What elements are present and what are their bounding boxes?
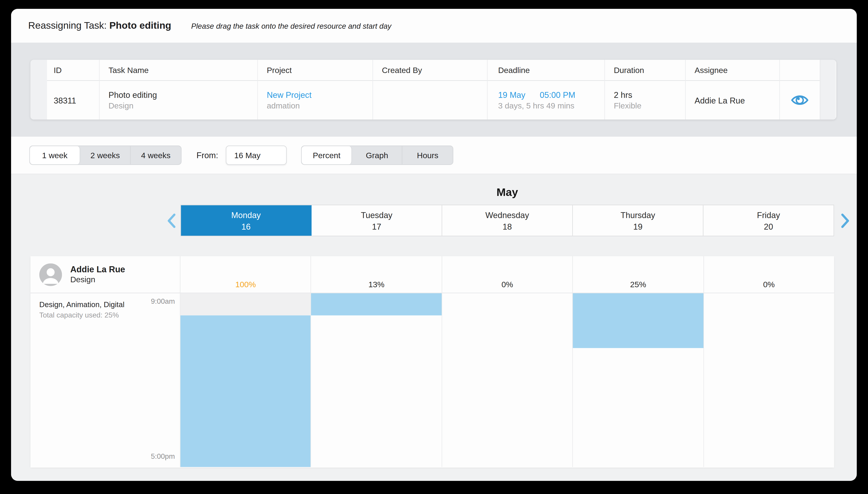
column-deadline: Deadline 19 May 05:00 PM 3 days, 5 hrs 4… [488,60,605,119]
day-column-monday[interactable] [181,293,311,467]
capacity-note: Total capacity used: 25% [31,309,180,319]
capacity-tuesday: 13% [311,256,442,293]
cell-task-sub: Design [109,101,258,110]
top-bar: Reassigning Task: Photo editing Please d… [11,9,857,42]
day-header-monday[interactable]: Monday 16 [181,205,312,236]
resource-header-row: Addie La Rue Design 100% 13% 0% 25% 0% [31,256,834,293]
day-header-wednesday[interactable]: Wednesday 18 [442,205,573,236]
cell-duration: 2 hrs [614,90,685,100]
from-label: From: [196,151,218,160]
capacity-monday: 100% [181,256,311,293]
resource-details: Design, Animation, Digital Total capacit… [31,293,181,467]
time-label-start: 9:00am [151,297,175,306]
page-title: Reassigning Task: Photo editing [28,20,171,32]
schedule-block-unavailable[interactable] [181,293,310,316]
day-column-friday[interactable] [704,293,834,467]
day-header-strip: Monday 16 Tuesday 17 Wednesday 18 Thursd… [181,205,834,236]
resource-name: Addie La Rue [70,264,125,274]
table-left-gutter [31,60,47,119]
schedule-block-booked[interactable] [573,293,703,348]
day-header-tuesday[interactable]: Tuesday 17 [312,205,442,236]
day-column-wednesday[interactable] [442,293,573,467]
col-header-project: Project [258,60,373,81]
column-task-name: Task Name Photo editing Design [100,60,258,119]
cell-duration-sub: Flexible [614,101,685,110]
app-window: Reassigning Task: Photo editing Please d… [11,9,857,481]
day-column-tuesday[interactable] [311,293,442,467]
task-table-band: ID 38311 Task Name Photo editing Design … [11,43,857,137]
schedule-block-booked[interactable] [181,315,310,467]
capacity-thursday: 25% [573,256,704,293]
page-title-prefix: Reassigning Task: [28,20,107,31]
resource-card: Addie La Rue Design 100% 13% 0% 25% 0% D… [31,256,834,468]
capacity-friday: 0% [704,256,834,293]
resource-role: Design [70,274,125,285]
view-percent-button[interactable]: Percent [302,146,352,164]
column-created-by: Created By [373,60,488,119]
col-header-created-by: Created By [373,60,487,81]
view-graph-button[interactable]: Graph [352,146,402,164]
cell-id: 38311 [54,95,99,105]
capacity-wednesday: 0% [442,256,573,293]
view-hours-button[interactable]: Hours [402,146,453,164]
drag-hint: Please drag the task onto the desired re… [191,22,392,31]
view-mode-group: Percent Graph Hours [301,146,453,165]
time-label-end: 5:00pm [151,452,175,460]
project-link[interactable]: New Project [267,90,373,100]
cell-deadline-date: 19 May [498,90,525,100]
range-1-week-button[interactable]: 1 week [30,146,80,164]
range-button-group: 1 week 2 weeks 4 weeks [30,146,182,165]
day-column-thursday[interactable] [573,293,704,467]
calendar-section: May Monday 16 Tuesday 17 Wednesday 18 [11,174,857,481]
day-header-friday[interactable]: Friday 20 [703,205,833,236]
range-4-weeks-button[interactable]: 4 weeks [131,146,181,164]
schedule-block-booked[interactable] [311,293,441,316]
col-header-assignee: Assignee [686,60,779,81]
cell-assignee: Addie La Rue [695,95,779,105]
table-right-gutter [820,60,836,119]
column-assignee: Assignee Addie La Rue [686,60,780,119]
range-2-weeks-button[interactable]: 2 weeks [80,146,131,164]
cell-task-name: Photo editing [109,90,258,100]
cell-deadline-time: 05:00 PM [540,90,575,100]
filter-bar: 1 week 2 weeks 4 weeks From: Percent Gra… [11,137,857,174]
col-header-id: ID [47,60,99,81]
column-project: Project New Project admation [258,60,373,119]
column-actions [780,60,820,119]
column-duration: Duration 2 hrs Flexible [605,60,685,119]
avatar-icon [39,263,62,286]
next-week-chevron-icon[interactable] [840,213,850,229]
resource-info: Addie La Rue Design [31,256,181,293]
month-title: May [181,186,834,198]
task-table[interactable]: ID 38311 Task Name Photo editing Design … [31,60,836,119]
from-date-input[interactable] [226,146,287,165]
cell-project-sub: admation [267,101,373,110]
day-header-thursday[interactable]: Thursday 19 [573,205,703,236]
page-title-task-name: Photo editing [109,20,171,31]
col-header-task-name: Task Name [100,60,258,81]
col-header-duration: Duration [605,60,685,81]
previous-week-chevron-icon[interactable] [167,213,176,229]
column-id: ID 38311 [47,60,100,119]
col-header-deadline: Deadline [488,60,604,81]
cell-deadline-sub: 3 days, 5 hrs 49 mins [498,101,604,110]
schedule-grid: Design, Animation, Digital Total capacit… [31,293,834,467]
view-task-eye-icon[interactable] [790,93,809,107]
